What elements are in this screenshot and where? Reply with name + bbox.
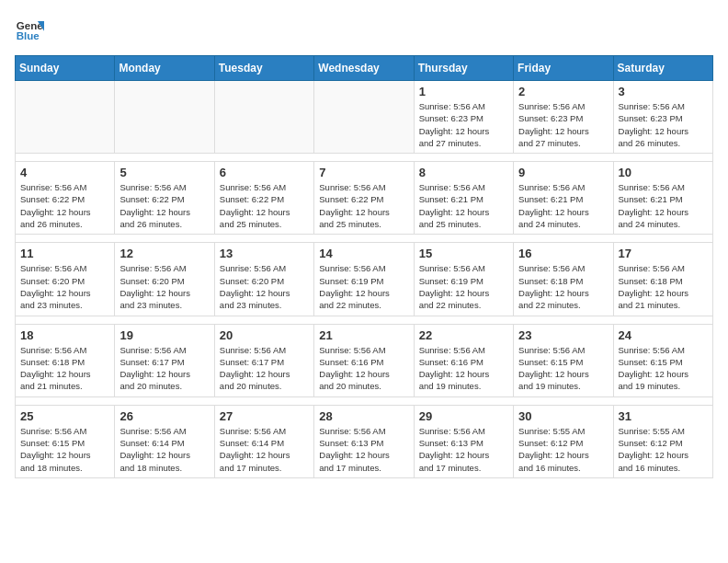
calendar-day-cell: 18Sunrise: 5:56 AM Sunset: 6:18 PM Dayli… xyxy=(16,324,115,396)
calendar-day-cell: 31Sunrise: 5:55 AM Sunset: 6:12 PM Dayli… xyxy=(613,405,712,477)
calendar-day-cell: 17Sunrise: 5:56 AM Sunset: 6:18 PM Dayli… xyxy=(613,243,712,316)
day-info: Sunrise: 5:56 AM Sunset: 6:17 PM Dayligh… xyxy=(220,344,309,393)
day-info: Sunrise: 5:56 AM Sunset: 6:18 PM Dayligh… xyxy=(518,262,608,311)
weekday-header-saturday: Saturday xyxy=(613,56,712,81)
day-number: 21 xyxy=(319,328,408,342)
day-number: 28 xyxy=(319,409,408,423)
svg-text:Blue: Blue xyxy=(17,30,40,41)
week-spacer xyxy=(16,235,713,243)
calendar-day-cell: 2Sunrise: 5:56 AM Sunset: 6:23 PM Daylig… xyxy=(514,81,613,154)
day-number: 5 xyxy=(119,166,209,179)
day-info: Sunrise: 5:55 AM Sunset: 6:12 PM Dayligh… xyxy=(518,425,608,474)
calendar-day-cell: 30Sunrise: 5:55 AM Sunset: 6:12 PM Dayli… xyxy=(514,405,613,477)
calendar-day-cell: 24Sunrise: 5:56 AM Sunset: 6:15 PM Dayli… xyxy=(613,324,712,396)
day-info: Sunrise: 5:56 AM Sunset: 6:16 PM Dayligh… xyxy=(319,344,408,393)
day-number: 14 xyxy=(319,247,408,260)
day-info: Sunrise: 5:56 AM Sunset: 6:19 PM Dayligh… xyxy=(319,262,408,311)
calendar-day-cell: 22Sunrise: 5:56 AM Sunset: 6:16 PM Dayli… xyxy=(414,324,513,396)
day-info: Sunrise: 5:56 AM Sunset: 6:22 PM Dayligh… xyxy=(220,181,309,230)
day-info: Sunrise: 5:56 AM Sunset: 6:14 PM Dayligh… xyxy=(119,425,209,474)
day-number: 2 xyxy=(518,85,608,98)
page-header: General Blue xyxy=(15,15,713,44)
calendar-day-cell: 12Sunrise: 5:56 AM Sunset: 6:20 PM Dayli… xyxy=(115,243,214,316)
calendar-day-cell xyxy=(115,81,214,154)
weekday-header-tuesday: Tuesday xyxy=(214,56,313,81)
calendar-day-cell: 10Sunrise: 5:56 AM Sunset: 6:21 PM Dayli… xyxy=(613,162,712,235)
day-info: Sunrise: 5:56 AM Sunset: 6:15 PM Dayligh… xyxy=(619,344,708,393)
calendar-table: SundayMondayTuesdayWednesdayThursdayFrid… xyxy=(15,55,713,478)
calendar-week-3: 11Sunrise: 5:56 AM Sunset: 6:20 PM Dayli… xyxy=(16,243,713,316)
day-info: Sunrise: 5:56 AM Sunset: 6:20 PM Dayligh… xyxy=(119,262,209,311)
calendar-day-cell: 11Sunrise: 5:56 AM Sunset: 6:20 PM Dayli… xyxy=(16,243,115,316)
day-number: 12 xyxy=(119,247,209,260)
day-number: 8 xyxy=(419,166,508,179)
calendar-day-cell: 29Sunrise: 5:56 AM Sunset: 6:13 PM Dayli… xyxy=(414,405,513,477)
logo-icon: General Blue xyxy=(15,15,44,44)
calendar-day-cell: 14Sunrise: 5:56 AM Sunset: 6:19 PM Dayli… xyxy=(314,243,414,316)
day-number: 1 xyxy=(419,85,508,98)
day-number: 27 xyxy=(220,409,309,423)
day-number: 19 xyxy=(119,328,209,342)
calendar-day-cell xyxy=(16,81,115,154)
calendar-day-cell: 19Sunrise: 5:56 AM Sunset: 6:17 PM Dayli… xyxy=(115,324,214,396)
day-number: 9 xyxy=(518,166,608,179)
day-info: Sunrise: 5:56 AM Sunset: 6:15 PM Dayligh… xyxy=(518,344,608,393)
day-info: Sunrise: 5:56 AM Sunset: 6:21 PM Dayligh… xyxy=(419,181,508,230)
day-info: Sunrise: 5:56 AM Sunset: 6:20 PM Dayligh… xyxy=(20,262,109,311)
calendar-week-4: 18Sunrise: 5:56 AM Sunset: 6:18 PM Dayli… xyxy=(16,324,713,396)
weekday-header-thursday: Thursday xyxy=(414,56,513,81)
day-info: Sunrise: 5:56 AM Sunset: 6:13 PM Dayligh… xyxy=(319,425,408,474)
day-info: Sunrise: 5:56 AM Sunset: 6:16 PM Dayligh… xyxy=(419,344,508,393)
day-number: 15 xyxy=(419,247,508,260)
calendar-day-cell: 8Sunrise: 5:56 AM Sunset: 6:21 PM Daylig… xyxy=(414,162,513,235)
week-spacer xyxy=(16,396,713,405)
day-number: 30 xyxy=(518,409,608,423)
calendar-day-cell: 9Sunrise: 5:56 AM Sunset: 6:21 PM Daylig… xyxy=(514,162,613,235)
weekday-header-monday: Monday xyxy=(115,56,214,81)
calendar-day-cell: 3Sunrise: 5:56 AM Sunset: 6:23 PM Daylig… xyxy=(613,81,712,154)
day-info: Sunrise: 5:56 AM Sunset: 6:21 PM Dayligh… xyxy=(619,181,708,230)
logo: General Blue xyxy=(15,15,48,44)
calendar-day-cell: 13Sunrise: 5:56 AM Sunset: 6:20 PM Dayli… xyxy=(214,243,313,316)
day-info: Sunrise: 5:56 AM Sunset: 6:13 PM Dayligh… xyxy=(419,425,508,474)
calendar-day-cell: 20Sunrise: 5:56 AM Sunset: 6:17 PM Dayli… xyxy=(214,324,313,396)
weekday-header-row: SundayMondayTuesdayWednesdayThursdayFrid… xyxy=(16,56,713,81)
calendar-week-2: 4Sunrise: 5:56 AM Sunset: 6:22 PM Daylig… xyxy=(16,162,713,235)
day-number: 26 xyxy=(119,409,209,423)
calendar-day-cell: 5Sunrise: 5:56 AM Sunset: 6:22 PM Daylig… xyxy=(115,162,214,235)
calendar-day-cell xyxy=(314,81,414,154)
day-info: Sunrise: 5:56 AM Sunset: 6:23 PM Dayligh… xyxy=(518,100,608,149)
calendar-day-cell: 1Sunrise: 5:56 AM Sunset: 6:23 PM Daylig… xyxy=(414,81,513,154)
day-info: Sunrise: 5:56 AM Sunset: 6:23 PM Dayligh… xyxy=(419,100,508,149)
day-number: 25 xyxy=(20,409,109,423)
day-info: Sunrise: 5:56 AM Sunset: 6:14 PM Dayligh… xyxy=(220,425,309,474)
day-number: 13 xyxy=(220,247,309,260)
calendar-day-cell: 28Sunrise: 5:56 AM Sunset: 6:13 PM Dayli… xyxy=(314,405,414,477)
week-spacer xyxy=(16,154,713,162)
calendar-day-cell: 15Sunrise: 5:56 AM Sunset: 6:19 PM Dayli… xyxy=(414,243,513,316)
weekday-header-sunday: Sunday xyxy=(16,56,115,81)
calendar-day-cell: 21Sunrise: 5:56 AM Sunset: 6:16 PM Dayli… xyxy=(314,324,414,396)
day-info: Sunrise: 5:56 AM Sunset: 6:18 PM Dayligh… xyxy=(20,344,109,393)
weekday-header-friday: Friday xyxy=(514,56,613,81)
day-number: 10 xyxy=(619,166,708,179)
day-info: Sunrise: 5:55 AM Sunset: 6:12 PM Dayligh… xyxy=(619,425,708,474)
day-number: 6 xyxy=(220,166,309,179)
day-number: 17 xyxy=(619,247,708,260)
calendar-day-cell: 25Sunrise: 5:56 AM Sunset: 6:15 PM Dayli… xyxy=(16,405,115,477)
day-info: Sunrise: 5:56 AM Sunset: 6:15 PM Dayligh… xyxy=(20,425,109,474)
day-number: 22 xyxy=(419,328,508,342)
day-info: Sunrise: 5:56 AM Sunset: 6:22 PM Dayligh… xyxy=(20,181,109,230)
day-number: 3 xyxy=(619,85,708,98)
day-number: 31 xyxy=(619,409,708,423)
calendar-day-cell: 6Sunrise: 5:56 AM Sunset: 6:22 PM Daylig… xyxy=(214,162,313,235)
calendar-day-cell: 27Sunrise: 5:56 AM Sunset: 6:14 PM Dayli… xyxy=(214,405,313,477)
day-number: 29 xyxy=(419,409,508,423)
day-number: 11 xyxy=(20,247,109,260)
weekday-header-wednesday: Wednesday xyxy=(314,56,414,81)
day-info: Sunrise: 5:56 AM Sunset: 6:23 PM Dayligh… xyxy=(619,100,708,149)
day-number: 4 xyxy=(20,166,109,179)
day-info: Sunrise: 5:56 AM Sunset: 6:22 PM Dayligh… xyxy=(119,181,209,230)
day-number: 18 xyxy=(20,328,109,342)
day-info: Sunrise: 5:56 AM Sunset: 6:22 PM Dayligh… xyxy=(319,181,408,230)
